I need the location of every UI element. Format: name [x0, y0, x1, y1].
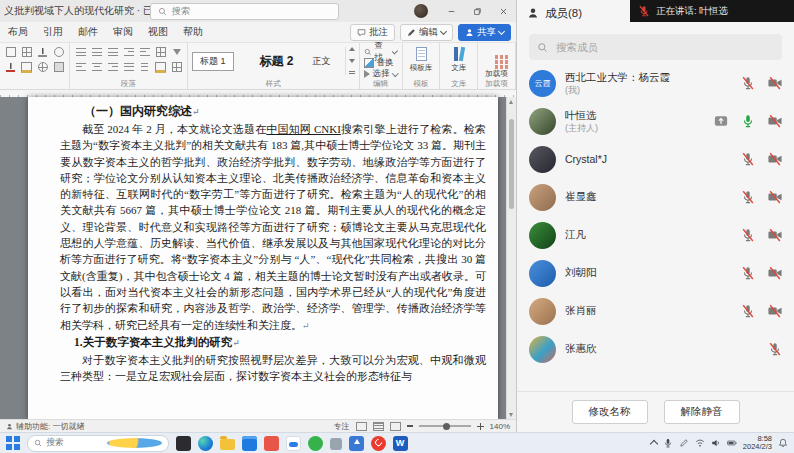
- file-explorer-icon[interactable]: [220, 439, 235, 450]
- style-normal[interactable]: 正文: [306, 53, 338, 70]
- camera-off-icon[interactable]: [768, 114, 782, 128]
- volume-icon[interactable]: [711, 438, 721, 448]
- wifi-icon[interactable]: [695, 438, 705, 448]
- camera-off-icon[interactable]: [768, 266, 782, 280]
- web-layout-icon[interactable]: [390, 422, 401, 431]
- member-row[interactable]: 江凡: [517, 216, 794, 254]
- comments-button[interactable]: 批注: [350, 24, 395, 41]
- member-row[interactable]: 刘朝阳: [517, 254, 794, 292]
- library-button[interactable]: 文库 文库: [440, 43, 478, 89]
- align-center-icon[interactable]: [90, 61, 103, 73]
- print-layout-icon[interactable]: [373, 422, 384, 431]
- red-app-icon[interactable]: [264, 436, 279, 451]
- start-button[interactable]: [6, 436, 20, 450]
- member-row[interactable]: 云霞 西北工业大学：杨云霞 (我): [517, 64, 794, 102]
- styles-scroll-down-icon[interactable]: [349, 59, 355, 63]
- member-search-box[interactable]: [529, 34, 782, 60]
- camera-off-icon[interactable]: [768, 304, 782, 318]
- cloud-drive-icon[interactable]: [286, 436, 301, 451]
- highlight-icon[interactable]: [20, 61, 33, 73]
- mic-muted-icon[interactable]: [741, 304, 755, 318]
- camera-off-icon[interactable]: [768, 76, 782, 90]
- gray-app-icon[interactable]: [330, 438, 342, 450]
- zoom-slider[interactable]: [419, 425, 471, 427]
- camera-off-icon[interactable]: [768, 152, 782, 166]
- mic-muted-icon[interactable]: [741, 76, 755, 90]
- borders-icon[interactable]: [170, 61, 183, 73]
- case-icon[interactable]: [52, 46, 65, 58]
- multilevel-list-icon[interactable]: [106, 46, 119, 58]
- mic-muted-icon[interactable]: [741, 266, 755, 280]
- phonetic-guide-icon[interactable]: [4, 46, 17, 58]
- tab-references[interactable]: 引用: [43, 25, 63, 39]
- style-heading2[interactable]: 标题 2: [239, 51, 301, 72]
- zoom-level[interactable]: 140%: [490, 422, 510, 431]
- scroll-up-icon[interactable]: [509, 100, 513, 104]
- asian-layout-icon[interactable]: [154, 46, 167, 58]
- read-mode-icon[interactable]: [356, 422, 367, 431]
- taskbar-clock[interactable]: 8:58 2024/2/3: [743, 435, 772, 451]
- scroll-down-icon[interactable]: [509, 413, 513, 417]
- addins-button[interactable]: 加载项 加载项: [478, 43, 516, 89]
- replace-button[interactable]: 替换: [364, 57, 398, 68]
- bullet-list-icon[interactable]: [74, 46, 87, 58]
- task-view-icon[interactable]: [176, 436, 191, 451]
- document-scrollbar[interactable]: [506, 97, 516, 420]
- mic-muted-icon[interactable]: [741, 190, 755, 204]
- tab-help[interactable]: 帮助: [183, 25, 203, 39]
- paragraph-group-label[interactable]: 段落: [74, 79, 183, 88]
- rename-button[interactable]: 修改名称: [572, 400, 648, 424]
- line-spacing-icon[interactable]: [138, 61, 151, 73]
- store-icon[interactable]: [242, 436, 257, 451]
- unmute-button[interactable]: 解除静音: [664, 400, 740, 424]
- focus-mode-button[interactable]: 专注: [334, 421, 350, 432]
- character-border-icon[interactable]: [20, 46, 33, 58]
- char-shading-icon[interactable]: [52, 61, 65, 73]
- enclose-character-icon[interactable]: [36, 61, 49, 73]
- member-row[interactable]: 叶恒选 (主持人): [517, 102, 794, 140]
- zoom-in-button[interactable]: [477, 423, 484, 430]
- zoom-out-button[interactable]: [407, 425, 413, 427]
- screen-sharing-icon[interactable]: [714, 114, 728, 128]
- close-button[interactable]: [490, 0, 516, 22]
- zoom-slider-knob[interactable]: [443, 423, 450, 430]
- increase-indent-icon[interactable]: [138, 46, 151, 58]
- music-app-icon[interactable]: [371, 436, 386, 451]
- align-right-icon[interactable]: [106, 61, 119, 73]
- clear-format-icon[interactable]: [36, 46, 49, 58]
- mic-muted-icon[interactable]: [741, 228, 755, 242]
- member-row[interactable]: 崔显鑫: [517, 178, 794, 216]
- find-button[interactable]: 查找: [364, 46, 398, 57]
- styles-group-label[interactable]: 样式: [192, 79, 355, 88]
- editing-mode-button[interactable]: 编辑: [400, 24, 453, 41]
- tray-expand-icon[interactable]: [650, 440, 658, 448]
- sort-icon[interactable]: [170, 46, 183, 58]
- document-page[interactable]: （一）国内研究综述↵ 截至 2024 年 2 月，本文就论文选题在中国知网 CN…: [28, 97, 498, 420]
- shading-icon[interactable]: [154, 61, 167, 73]
- restore-button[interactable]: [464, 0, 490, 22]
- taskbar-search[interactable]: 搜索: [27, 435, 169, 452]
- word-app-icon[interactable]: W: [393, 436, 408, 451]
- tab-review[interactable]: 审阅: [113, 25, 133, 39]
- style-heading1[interactable]: 标题 1: [192, 52, 234, 71]
- camera-off-icon[interactable]: [768, 190, 782, 204]
- tab-view[interactable]: 视图: [148, 25, 168, 39]
- template-gallery-button[interactable]: 模板库 模板: [403, 43, 441, 89]
- mic-muted-icon[interactable]: [741, 152, 755, 166]
- member-search-input[interactable]: [554, 40, 758, 54]
- scrollbar-thumb[interactable]: [509, 119, 514, 209]
- accessibility-status[interactable]: 辅助功能: 一切就绪: [0, 421, 84, 432]
- member-row[interactable]: 张惠欣: [517, 330, 794, 368]
- camera-off-icon[interactable]: [768, 228, 782, 242]
- cnki-link[interactable]: 中国知网 CNKI: [266, 123, 340, 135]
- word-search-box[interactable]: 搜索: [150, 3, 339, 20]
- share-button[interactable]: 共享: [458, 24, 511, 41]
- tab-layout[interactable]: 布局: [8, 25, 28, 39]
- green-app-icon[interactable]: [308, 436, 323, 451]
- editing-group-label[interactable]: 编辑: [364, 79, 398, 88]
- styles-scroll-up-icon[interactable]: [349, 47, 355, 51]
- member-row[interactable]: Crystal*J: [517, 140, 794, 178]
- upload-app-icon[interactable]: [349, 436, 364, 451]
- mic-active-icon[interactable]: [741, 114, 755, 128]
- font-color-icon[interactable]: [4, 61, 17, 73]
